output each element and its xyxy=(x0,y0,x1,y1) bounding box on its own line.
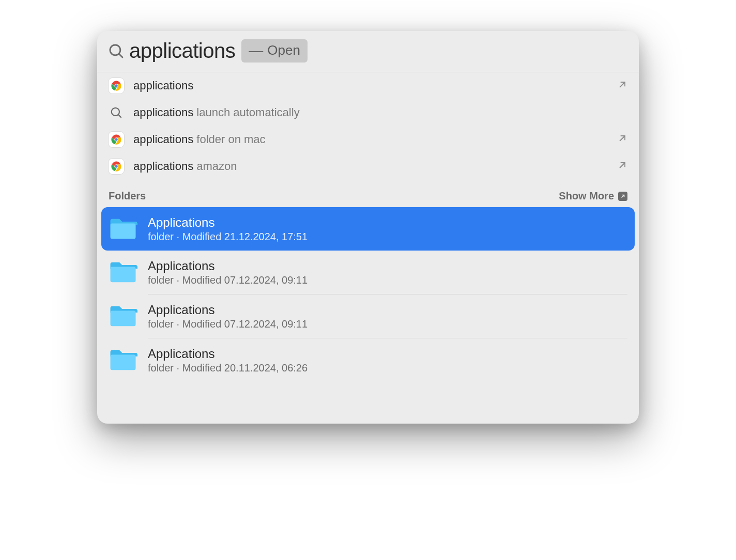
open-external-icon xyxy=(617,133,627,146)
svg-line-1 xyxy=(119,54,123,57)
suggestion-row[interactable]: applications folder on mac xyxy=(97,126,639,153)
chrome-icon xyxy=(109,78,124,94)
svg-rect-17 xyxy=(111,224,136,239)
svg-point-14 xyxy=(115,165,118,168)
folder-icon xyxy=(109,258,137,287)
svg-point-8 xyxy=(112,108,119,116)
svg-line-15 xyxy=(620,163,625,168)
svg-rect-20 xyxy=(111,355,136,370)
svg-point-11 xyxy=(115,138,118,141)
suggestion-row[interactable]: applications amazon xyxy=(97,153,639,180)
section-title: Folders xyxy=(109,190,146,202)
suggestion-text: applications amazon xyxy=(133,160,608,173)
expand-icon xyxy=(618,192,627,201)
svg-point-0 xyxy=(110,44,120,55)
spotlight-window: applications — Open xyxy=(97,31,639,424)
svg-point-6 xyxy=(115,84,118,87)
hint-dash: — xyxy=(249,43,263,58)
open-external-icon xyxy=(617,160,627,173)
folder-result-selected[interactable]: Applications folder · Modified 21.12.202… xyxy=(101,207,635,251)
open-external-icon xyxy=(617,80,627,92)
results-area: applications applications launch automat… xyxy=(97,72,639,424)
folder-result[interactable]: Applications folder · Modified 07.12.202… xyxy=(97,251,639,294)
suggestion-text: applications folder on mac xyxy=(133,133,608,146)
folder-name: Applications xyxy=(148,215,308,230)
svg-line-12 xyxy=(620,136,625,141)
search-row: applications — Open xyxy=(97,31,639,72)
suggestion-row[interactable]: applications xyxy=(97,72,639,99)
folder-name: Applications xyxy=(148,347,308,361)
svg-rect-18 xyxy=(111,267,136,283)
folder-icon xyxy=(109,214,137,243)
folder-name: Applications xyxy=(148,259,308,273)
hint-action: Open xyxy=(267,42,300,58)
folder-icon xyxy=(109,346,137,375)
search-icon xyxy=(109,105,124,120)
suggestion-text: applications xyxy=(133,79,608,92)
svg-line-7 xyxy=(620,82,625,87)
folder-name: Applications xyxy=(148,303,308,317)
section-header: Folders Show More xyxy=(97,180,639,207)
search-query[interactable]: applications xyxy=(129,39,235,63)
folder-result[interactable]: Applications folder · Modified 07.12.202… xyxy=(97,294,639,338)
search-hint-chip: — Open xyxy=(241,39,308,63)
folder-meta: folder · Modified 20.11.2024, 06:26 xyxy=(148,362,308,374)
show-more-button[interactable]: Show More xyxy=(559,190,627,202)
folder-meta: folder · Modified 21.12.2024, 17:51 xyxy=(148,231,308,243)
folder-meta: folder · Modified 07.12.2024, 09:11 xyxy=(148,318,308,330)
svg-line-9 xyxy=(118,115,121,117)
suggestion-text: applications launch automatically xyxy=(133,106,627,119)
svg-rect-19 xyxy=(111,311,136,326)
suggestion-row[interactable]: applications launch automatically xyxy=(97,99,639,126)
folder-icon xyxy=(109,302,137,331)
chrome-icon xyxy=(109,132,124,147)
folder-result[interactable]: Applications folder · Modified 20.11.202… xyxy=(97,338,639,382)
search-icon xyxy=(109,43,124,59)
folder-meta: folder · Modified 07.12.2024, 09:11 xyxy=(148,274,308,286)
chrome-icon xyxy=(109,159,124,174)
